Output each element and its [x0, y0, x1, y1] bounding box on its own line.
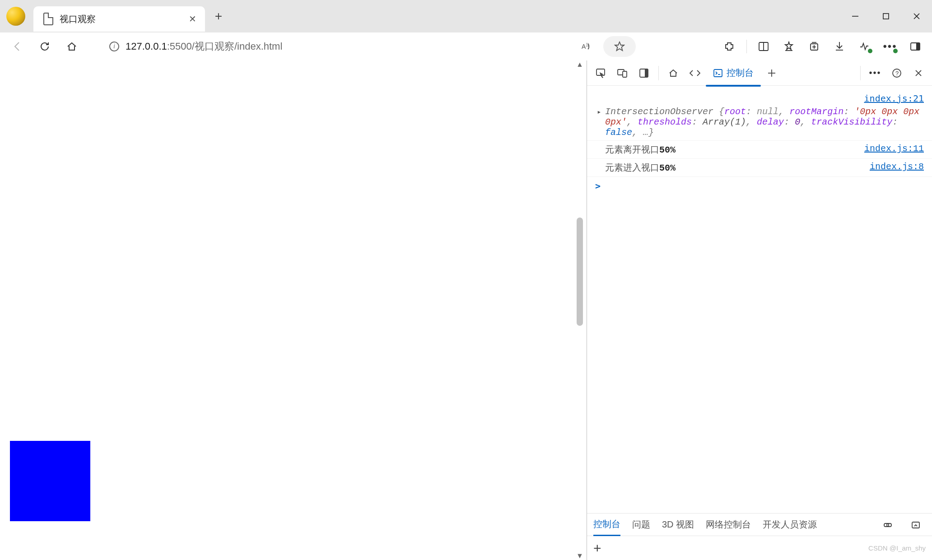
scroll-down-icon[interactable]: ▼ [575, 552, 585, 560]
browser-tab[interactable]: 视口观察 ✕ [33, 6, 205, 32]
read-aloud-icon[interactable]: A)) [576, 36, 597, 57]
downloads-button[interactable] [828, 36, 851, 57]
scroll-thumb[interactable] [577, 218, 583, 326]
device-panel-button[interactable] [634, 63, 654, 83]
page-scrollbar[interactable]: ▲ ▼ [575, 60, 585, 560]
devtools-command-row: + CSDN @I_am_shy [587, 536, 932, 560]
console-text-log: 元素离开视口50% [605, 143, 854, 156]
drawer-tab-network-console[interactable]: 网络控制台 [706, 514, 751, 536]
tab-title: 视口观察 [60, 13, 181, 25]
nav-refresh-button[interactable] [33, 36, 57, 57]
address-text: 127.0.0.1:5500/视口观察/index.html [126, 40, 282, 53]
browser-titlebar: 视口观察 ✕ + [0, 0, 932, 32]
elements-tab[interactable] [685, 63, 705, 83]
split-screen-button[interactable] [752, 36, 775, 57]
devtools-panel: 控制台 ••• ? index.js:21 IntersectionObserv… [587, 60, 932, 560]
divider [746, 40, 747, 53]
svg-rect-1 [883, 14, 889, 19]
device-toolbar-button[interactable] [612, 63, 632, 83]
nav-home-button[interactable] [60, 36, 84, 57]
console-source-link[interactable]: index.js:8 [870, 162, 924, 174]
console-source-link[interactable]: index.js:21 [592, 90, 932, 104]
welcome-tab[interactable] [663, 63, 683, 83]
page-document[interactable] [5, 63, 574, 555]
svg-text:)): )) [586, 42, 589, 47]
badge-dot-icon [868, 49, 872, 53]
site-info-icon[interactable]: i [109, 42, 119, 51]
sidebar-toggle-button[interactable] [904, 36, 927, 57]
page-viewport-area: ▲ ▼ [0, 60, 587, 560]
divider [860, 66, 861, 80]
devtools-close-button[interactable] [909, 63, 928, 83]
badge-dot-icon [893, 49, 898, 53]
extensions-button[interactable] [718, 36, 741, 57]
nav-back-button [5, 36, 30, 57]
favorites-list-button[interactable] [778, 36, 800, 57]
devtools-more-button[interactable]: ••• [865, 63, 885, 83]
svg-rect-33 [887, 523, 891, 527]
drawer-tab-3dview[interactable]: 3D 视图 [662, 514, 694, 536]
svg-rect-24 [714, 69, 722, 77]
settings-menu-button[interactable]: ••• [879, 36, 901, 57]
scroll-up-icon[interactable]: ▲ [575, 60, 585, 69]
drawer-tab-console[interactable]: 控制台 [593, 514, 620, 536]
chevron-right-icon: > [595, 180, 601, 191]
drawer-link-icon[interactable] [878, 515, 898, 535]
devtools-help-button[interactable]: ? [887, 63, 907, 83]
drawer-tab-dev-resources[interactable]: 开发人员资源 [763, 514, 817, 536]
svg-rect-18 [916, 43, 920, 50]
svg-text:A: A [582, 43, 586, 50]
svg-marker-9 [785, 42, 792, 50]
divider [658, 66, 659, 80]
add-tab-button[interactable] [762, 63, 782, 83]
svg-rect-23 [645, 69, 648, 77]
console-tab-label: 控制台 [727, 67, 754, 79]
console-source-link[interactable]: index.js:11 [864, 143, 924, 156]
console-object-log[interactable]: IntersectionObserver {root: null, rootMa… [605, 106, 924, 138]
console-text-log: 元素进入视口50% [605, 162, 860, 174]
performance-button[interactable] [853, 36, 876, 57]
page-blue-box [10, 441, 90, 521]
drawer-expand-icon[interactable] [906, 515, 926, 535]
profile-avatar-icon[interactable] [6, 7, 25, 26]
new-tab-button[interactable]: + [209, 6, 228, 26]
window-minimize-button[interactable] [840, 5, 871, 28]
watermark-text: CSDN @I_am_shy [868, 544, 926, 552]
window-maximize-button[interactable] [871, 5, 901, 28]
address-bar[interactable]: i 127.0.0.1:5500/视口观察/index.html [101, 36, 571, 57]
console-output[interactable]: index.js:21 IntersectionObserver {root: … [587, 86, 932, 513]
console-input[interactable]: > [587, 177, 932, 195]
favorite-button[interactable] [603, 36, 636, 57]
tab-close-button[interactable]: ✕ [187, 14, 198, 24]
devtools-drawer-tabs: 控制台 问题 3D 视图 网络控制台 开发人员资源 [587, 513, 932, 536]
svg-text:?: ? [895, 70, 899, 77]
collections-button[interactable] [803, 36, 825, 57]
add-expression-button[interactable]: + [593, 541, 601, 556]
svg-rect-32 [884, 523, 889, 527]
file-icon [43, 13, 53, 25]
svg-marker-6 [615, 42, 624, 51]
drawer-tab-issues[interactable]: 问题 [632, 514, 650, 536]
inspect-element-button[interactable] [591, 63, 610, 83]
window-close-button[interactable] [901, 5, 932, 28]
browser-toolbar: i 127.0.0.1:5500/视口观察/index.html A)) ••• [0, 32, 932, 60]
console-tab[interactable]: 控制台 [707, 63, 760, 83]
svg-rect-21 [623, 71, 627, 77]
devtools-tabbar: 控制台 ••• ? [587, 60, 932, 86]
